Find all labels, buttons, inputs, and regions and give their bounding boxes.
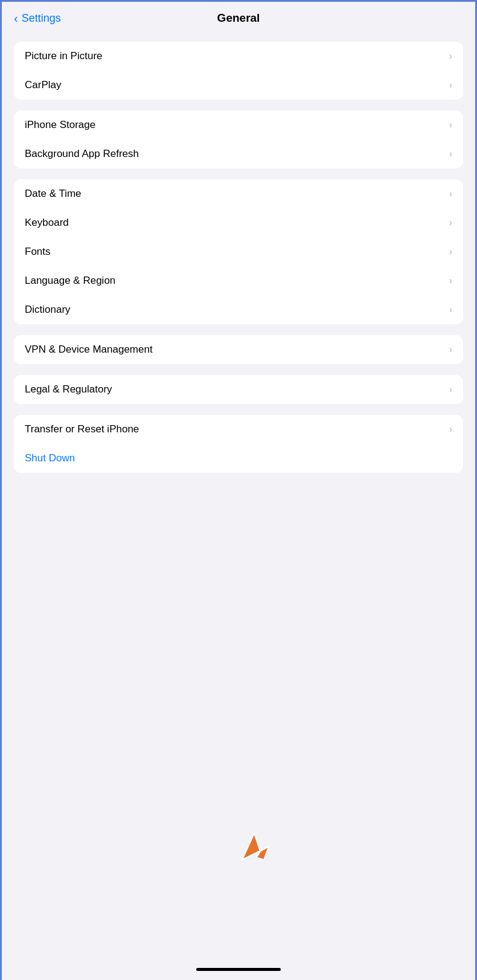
transfer-reset-iphone-label: Transfer or Reset iPhone (25, 423, 139, 435)
chevron-icon: › (449, 51, 452, 62)
list-item-shut-down[interactable]: Shut Down (14, 444, 463, 473)
chevron-icon: › (449, 384, 452, 395)
section-legal: Legal & Regulatory › (14, 375, 463, 404)
chevron-icon: › (449, 246, 452, 257)
section-storage-refresh: iPhone Storage › Background App Refresh … (14, 110, 463, 168)
section-picture-carplay: Picture in Picture › CarPlay › (14, 42, 463, 100)
fonts-label: Fonts (25, 246, 51, 258)
dictionary-label: Dictionary (25, 304, 71, 316)
list-item-dictionary[interactable]: Dictionary › (14, 295, 463, 324)
shut-down-label: Shut Down (25, 452, 75, 464)
section-vpn: VPN & Device Management › (14, 335, 463, 364)
list-item-transfer-reset-iphone[interactable]: Transfer or Reset iPhone › (14, 415, 463, 444)
back-chevron-icon: ‹ (14, 11, 18, 25)
date-time-label: Date & Time (25, 188, 82, 200)
background-app-refresh-label: Background App Refresh (25, 148, 139, 160)
chevron-icon: › (449, 275, 452, 286)
list-item-fonts[interactable]: Fonts › (14, 237, 463, 266)
svg-marker-1 (257, 847, 269, 860)
chevron-icon: › (449, 217, 452, 228)
navigation-header: ‹ Settings General (2, 2, 475, 31)
svg-marker-0 (242, 833, 269, 860)
cursor-arrow (237, 828, 274, 867)
list-item-language-region[interactable]: Language & Region › (14, 266, 463, 295)
chevron-icon: › (449, 188, 452, 199)
back-button[interactable]: ‹ Settings (14, 11, 61, 25)
carplay-label: CarPlay (25, 79, 61, 91)
chevron-icon: › (449, 80, 452, 91)
chevron-icon: › (449, 424, 452, 435)
section-locale: Date & Time › Keyboard › Fonts › Languag… (14, 179, 463, 324)
picture-in-picture-label: Picture in Picture (25, 50, 103, 62)
legal-regulatory-label: Legal & Regulatory (25, 383, 112, 396)
language-region-label: Language & Region (25, 275, 115, 287)
back-button-label: Settings (22, 12, 61, 25)
list-item-keyboard[interactable]: Keyboard › (14, 208, 463, 237)
page-wrapper: ‹ Settings General Picture in Picture › … (2, 2, 475, 980)
list-item-vpn-device-management[interactable]: VPN & Device Management › (14, 335, 463, 364)
page-title: General (217, 11, 260, 25)
section-transfer-shutdown: Transfer or Reset iPhone › Shut Down (14, 415, 463, 473)
keyboard-label: Keyboard (25, 217, 69, 229)
list-item-legal-regulatory[interactable]: Legal & Regulatory › (14, 375, 463, 404)
list-item-picture-in-picture[interactable]: Picture in Picture › (14, 42, 463, 71)
list-item-background-app-refresh[interactable]: Background App Refresh › (14, 139, 463, 168)
chevron-icon: › (449, 149, 452, 159)
list-item-carplay[interactable]: CarPlay › (14, 71, 463, 100)
list-item-date-time[interactable]: Date & Time › (14, 179, 463, 208)
list-item-iphone-storage[interactable]: iPhone Storage › (14, 110, 463, 139)
chevron-icon: › (449, 304, 452, 315)
chevron-icon: › (449, 344, 452, 355)
home-indicator (196, 968, 281, 971)
vpn-device-management-label: VPN & Device Management (25, 344, 153, 356)
iphone-storage-label: iPhone Storage (25, 119, 95, 131)
chevron-icon: › (449, 120, 452, 130)
